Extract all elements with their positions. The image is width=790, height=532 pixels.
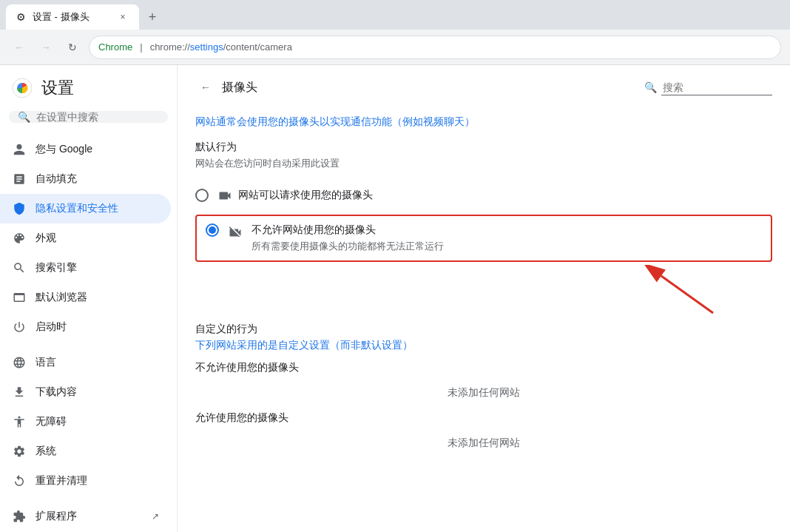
blocked-sites-label: 不允许使用您的摄像头	[195, 361, 772, 374]
blocked-sites-empty: 未添加任何网站	[195, 386, 772, 400]
system-icon	[12, 444, 27, 459]
sidebar-search[interactable]: 🔍	[9, 111, 168, 123]
camera-off-icon	[228, 225, 243, 239]
allowed-sites-label: 允许使用您的摄像头	[195, 411, 772, 425]
sidebar-item-label: 隐私设置和安全性	[36, 202, 118, 215]
sidebar-item-label: 语言	[36, 356, 56, 369]
address-bar: ← → ↻ Chrome | chrome://settings/content…	[0, 30, 790, 65]
allowed-sites-section: 允许使用您的摄像头 未添加任何网站	[195, 411, 772, 450]
sidebar-item-accessibility[interactable]: 无障碍	[0, 407, 171, 437]
custom-behavior-section: 自定义的行为 下列网站采用的是自定义设置（而非默认设置） 不允许使用您的摄像头 …	[195, 323, 772, 450]
tab-bar: ⚙ 设置 - 摄像头 × +	[0, 0, 790, 30]
svg-line-4	[661, 276, 713, 313]
content-nav: ← 摄像头	[195, 77, 257, 98]
sidebar-item-label: 无障碍	[36, 415, 67, 428]
sidebar: 设置 🔍 您与 Google 自动填充	[0, 65, 178, 532]
google-logo	[12, 78, 33, 98]
custom-behavior-label: 自定义的行为	[195, 323, 772, 336]
allowed-sites-empty: 未添加任何网站	[195, 437, 772, 450]
sidebar-item-privacy[interactable]: 隐私设置和安全性	[0, 194, 171, 223]
sidebar-item-google[interactable]: 您与 Google	[0, 135, 171, 164]
search-icon: 🔍	[18, 111, 30, 123]
sidebar-item-label: 系统	[36, 445, 56, 458]
sidebar-header: 设置	[0, 65, 177, 105]
block-option-inner: 不允许网站使用您的摄像头 所有需要使用摄像头的功能都将无法正常运行	[206, 223, 762, 253]
allow-radio[interactable]	[195, 189, 209, 202]
content-body: 网站通常会使用您的摄像头以实现通信功能（例如视频聊天） 默认行为 网站会在您访问…	[178, 110, 790, 479]
block-option-desc: 所有需要使用摄像头的功能都将无法正常运行	[251, 240, 444, 253]
sidebar-item-appearance[interactable]: 外观	[0, 223, 171, 253]
appearance-icon	[12, 231, 27, 246]
url-path: chrome://settings/content/camera	[150, 41, 292, 53]
reload-button[interactable]: ↻	[62, 37, 83, 58]
sidebar-item-reset[interactable]: 重置并清理	[0, 466, 171, 496]
url-bar[interactable]: Chrome | chrome://settings/content/camer…	[89, 36, 781, 59]
back-button[interactable]: ←	[9, 37, 30, 58]
allow-option-text: 网站可以请求使用您的摄像头	[238, 189, 373, 202]
person-icon	[12, 142, 27, 157]
sidebar-item-label: 您与 Google	[36, 143, 92, 156]
tab-favicon: ⚙	[15, 11, 27, 23]
block-option-texts: 不允许网站使用您的摄像头 所有需要使用摄像头的功能都将无法正常运行	[251, 223, 444, 253]
sidebar-item-language[interactable]: 语言	[0, 348, 171, 377]
sidebar-title: 设置	[41, 77, 74, 99]
block-option-title: 不允许网站使用您的摄像头	[251, 223, 444, 237]
sidebar-item-label: 扩展程序	[36, 510, 77, 523]
accessibility-icon	[12, 414, 27, 429]
url-separator: |	[140, 41, 142, 53]
url-protocol: Chrome	[98, 41, 132, 53]
block-radio[interactable]	[206, 223, 219, 237]
camera-on-icon	[217, 188, 232, 203]
sidebar-item-label: 启动时	[36, 320, 67, 334]
new-tab-button[interactable]: +	[142, 7, 163, 27]
default-behavior-desc: 网站会在您访问时自动采用此设置	[195, 157, 772, 170]
browser-icon	[12, 290, 27, 305]
sidebar-item-system[interactable]: 系统	[0, 437, 171, 466]
sidebar-item-search[interactable]: 搜索引擎	[0, 253, 171, 283]
sidebar-item-downloads[interactable]: 下载内容	[0, 377, 171, 407]
content-back-button[interactable]: ←	[195, 77, 216, 98]
sidebar-item-label: 下载内容	[36, 385, 77, 399]
sidebar-item-autofill[interactable]: 自动填充	[0, 164, 171, 194]
startup-icon	[12, 320, 27, 334]
sidebar-item-label: 自动填充	[36, 172, 77, 186]
reset-icon	[12, 474, 27, 488]
content-search: 🔍	[644, 80, 772, 95]
sidebar-item-startup[interactable]: 启动时	[0, 312, 171, 342]
annotation-arrow-container	[195, 265, 772, 317]
shield-icon	[12, 201, 27, 216]
red-arrow	[639, 265, 728, 317]
sidebar-item-default-browser[interactable]: 默认浏览器	[0, 283, 171, 312]
camera-info-link[interactable]: 网站通常会使用您的摄像头以实现通信功能（例如视频聊天）	[195, 115, 772, 129]
tab-close-button[interactable]: ×	[115, 10, 130, 24]
default-behavior-label: 默认行为	[195, 141, 772, 154]
tab-title: 设置 - 摄像头	[33, 10, 109, 24]
search-engine-icon	[12, 260, 27, 275]
allow-option[interactable]: 网站可以请求使用您的摄像头	[195, 179, 772, 212]
content-page-title: 摄像头	[222, 80, 257, 95]
content-header: ← 摄像头 🔍	[178, 65, 790, 110]
sidebar-item-label: 重置并清理	[36, 474, 87, 488]
main-area: 设置 🔍 您与 Google 自动填充	[0, 65, 790, 532]
sidebar-item-label: 搜索引擎	[36, 261, 77, 275]
content-search-input[interactable]	[661, 80, 772, 95]
download-icon	[12, 385, 27, 400]
autofill-icon	[12, 172, 27, 186]
content-search-icon: 🔍	[644, 81, 657, 93]
external-link-icon: ↗	[152, 511, 159, 522]
content-area: ← 摄像头 🔍 网站通常会使用您的摄像头以实现通信功能（例如视频聊天） 默认行为…	[178, 65, 790, 532]
block-option-box[interactable]: 不允许网站使用您的摄像头 所有需要使用摄像头的功能都将无法正常运行	[195, 215, 772, 262]
search-input[interactable]	[36, 111, 166, 123]
sidebar-item-extensions[interactable]: 扩展程序 ↗	[0, 502, 171, 531]
active-tab[interactable]: ⚙ 设置 - 摄像头 ×	[6, 4, 139, 30]
custom-behavior-desc[interactable]: 下列网站采用的是自定义设置（而非默认设置）	[195, 339, 772, 352]
sidebar-item-label: 默认浏览器	[36, 291, 87, 304]
allow-option-content: 网站可以请求使用您的摄像头	[217, 188, 373, 203]
sidebar-item-label: 外观	[36, 232, 56, 245]
forward-button[interactable]: →	[36, 37, 56, 58]
language-icon	[12, 355, 27, 370]
extensions-icon	[12, 509, 27, 524]
